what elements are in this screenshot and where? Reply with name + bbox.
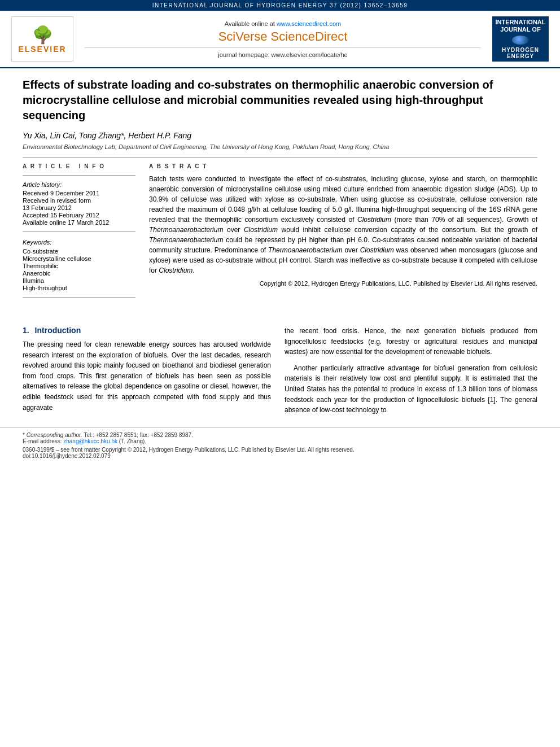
doi-line: doi:10.1016/j.ijhydene.2012.02.079 [23, 453, 537, 459]
body-section: 1. Introduction The pressing need for cl… [0, 326, 560, 416]
sciencedirect-branding: Available online at www.sciencedirect.co… [73, 20, 492, 58]
introduction-two-col: 1. Introduction The pressing need for cl… [23, 326, 537, 416]
abstract-column: A B S T R A C T Batch tests were conduct… [149, 163, 537, 303]
section-number: 1. [23, 326, 29, 335]
paper-authors: Yu Xia, Lin Cai, Tong Zhang*, Herbert H.… [23, 131, 537, 140]
accepted-date: Accepted 15 February 2012 [23, 212, 135, 219]
sciverse-heading: SciVerse ScienceDirect [85, 29, 481, 44]
paper-title: Effects of substrate loading and co-subs… [23, 77, 537, 123]
article-history: Article history: Received 9 December 201… [23, 181, 135, 226]
journal-logo-main-text: HYDROGENENERGY [502, 47, 539, 59]
paper-affiliation: Environmental Biotechnology Lab, Departm… [23, 143, 537, 150]
issn-line: 0360-3199/$ – see front matter Copyright… [23, 447, 537, 453]
sciverse-word: SciVerse [218, 29, 271, 43]
received-revised-label: Received in revised form [23, 197, 135, 204]
elsevier-tree-icon: 🌳 [32, 25, 53, 45]
header-divider [23, 157, 537, 158]
intro-left-col: 1. Introduction The pressing need for cl… [23, 326, 271, 416]
intro-paragraph-3: Another particularly attractive advantag… [285, 363, 537, 416]
corresponding-label: * Corresponding author. Tel.: [23, 432, 96, 438]
keywords-section: Keywords: Co-substrate Microcrystalline … [23, 239, 135, 291]
journal-logo-graphic [512, 36, 529, 45]
sciencedirect-url[interactable]: www.sciencedirect.com [277, 20, 341, 27]
keyword-6: High-throughput [23, 285, 135, 291]
keyword-1: Co-substrate [23, 248, 135, 255]
elsevier-logo: 🌳 ELSEVIER [11, 16, 73, 62]
keyword-5: Illumina [23, 277, 135, 284]
email-line: E-mail address: zhang@hkucc.hku.hk (T. Z… [23, 438, 537, 444]
paper-header-section: Effects of substrate loading and co-subs… [0, 68, 560, 312]
keywords-label: Keywords: [23, 239, 135, 246]
keyword-3: Thermophilic [23, 263, 135, 269]
intro-right-col: the recent food crisis. Hence, the next … [285, 326, 537, 416]
bottom-divider [23, 297, 135, 298]
journal-logo-title-text: InternationalJournal of [495, 19, 545, 33]
introduction-label: Introduction [35, 326, 81, 335]
article-info-column: A R T I C L E I N F O Article history: R… [23, 163, 135, 303]
abstract-body: Batch tests were conducted to investigat… [149, 174, 537, 276]
abstract-label: A B S T R A C T [149, 163, 537, 169]
journal-logo: InternationalJournal of HYDROGENENERGY [492, 16, 549, 62]
article-info-abstract-section: A R T I C L E I N F O Article history: R… [23, 163, 537, 303]
intro-paragraph-2: the recent food crisis. Hence, the next … [285, 326, 537, 357]
received-date: Received 9 December 2011 [23, 190, 135, 196]
elsevier-brand-text: ELSEVIER [18, 45, 66, 54]
tel-number: +852 2857 8551; fax: +852 2859 8987. [96, 432, 193, 438]
journal-header: 🌳 ELSEVIER Available online at www.scien… [0, 11, 560, 68]
journal-homepage-text: journal homepage: www.elsevier.com/locat… [85, 47, 481, 58]
intro-paragraph-1: The pressing need for clean renewable en… [23, 339, 271, 413]
keyword-2: Microcrystalline cellulose [23, 255, 135, 262]
sciencedirect-word: ScienceDirect [271, 29, 348, 43]
corresponding-author-note: * Corresponding author. Tel.: * Correspo… [23, 432, 537, 438]
received-revised-date: 13 February 2012 [23, 204, 135, 211]
copyright-text: Copyright © 2012, Hydrogen Energy Public… [149, 280, 537, 287]
author-list: Yu Xia, Lin Cai, Tong Zhang*, Herbert H.… [23, 131, 191, 140]
available-online-date: Available online 17 March 2012 [23, 219, 135, 226]
footnotes: * Corresponding author. Tel.: * Correspo… [0, 427, 560, 459]
keyword-4: Anaerobic [23, 270, 135, 277]
article-info-label: A R T I C L E I N F O [23, 163, 135, 169]
history-label: Article history: [23, 181, 135, 188]
introduction-heading: 1. Introduction [23, 326, 271, 335]
info-divider [23, 175, 135, 176]
available-online-text: Available online at www.sciencedirect.co… [85, 20, 481, 27]
author-email-link[interactable]: zhang@hkucc.hku.hk [63, 438, 117, 444]
keywords-divider [23, 231, 135, 232]
journal-citation: International Journal of Hydrogen Energy… [152, 2, 408, 8]
journal-banner: International Journal of Hydrogen Energy… [0, 0, 560, 11]
